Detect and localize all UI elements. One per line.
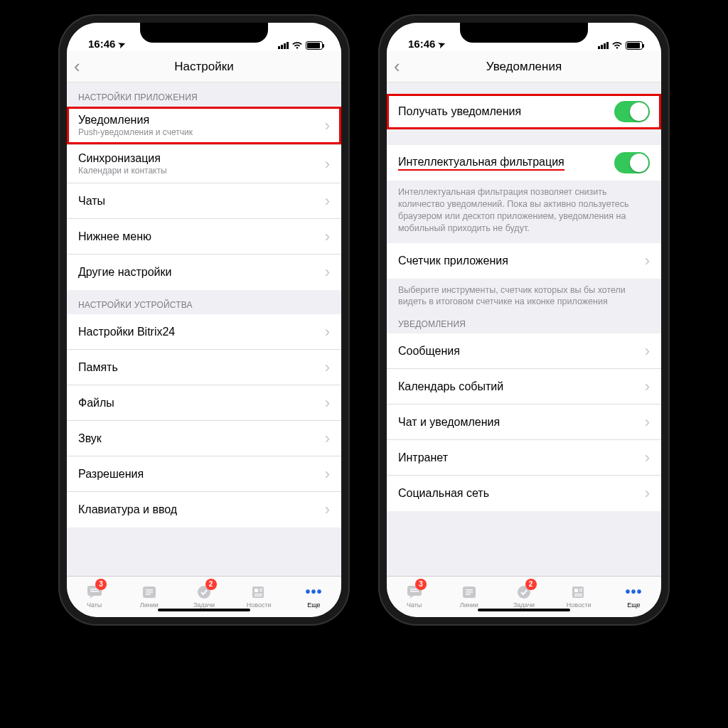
svg-rect-24 <box>579 589 582 589</box>
tab-label: Линии <box>460 601 478 609</box>
chevron-right-icon: › <box>325 323 330 341</box>
row-title: Другие настройки <box>78 266 319 279</box>
badge: 2 <box>205 579 217 590</box>
row-title: Память <box>78 361 319 374</box>
svg-rect-4 <box>146 589 153 591</box>
tab-label: Еще <box>627 601 640 609</box>
chevron-right-icon: › <box>325 192 330 210</box>
section-header-app: НАСТРОЙКИ ПРИЛОЖЕНИЯ <box>67 82 341 107</box>
row-sound[interactable]: Звук› <box>67 421 341 456</box>
tab-more[interactable]: ••• Еще <box>287 577 341 616</box>
svg-rect-25 <box>579 590 582 591</box>
row-title: Календарь событий <box>398 380 639 393</box>
lines-icon <box>460 584 478 600</box>
chevron-right-icon: › <box>325 117 330 135</box>
svg-rect-16 <box>410 591 419 592</box>
counter-description: Выберите инструменты, счетчик которых вы… <box>387 279 661 317</box>
row-title: Разрешения <box>78 468 319 481</box>
svg-rect-10 <box>259 589 262 589</box>
phone-right: 16:46 ‹ Уведомления Получать уведомления <box>378 14 670 626</box>
row-title: Уведомления <box>78 114 319 127</box>
chevron-right-icon: › <box>325 429 330 448</box>
row-smart-filter[interactable]: Интеллектуальная фильтрация <box>387 145 661 181</box>
tab-chats[interactable]: 3 Чаты <box>67 577 122 616</box>
svg-rect-26 <box>574 594 582 594</box>
toggle-switch[interactable] <box>614 101 650 122</box>
row-calendar[interactable]: Календарь событий› <box>387 369 661 405</box>
chevron-right-icon: › <box>645 342 650 360</box>
back-button[interactable]: ‹ <box>74 51 80 82</box>
tab-label: Новости <box>247 601 272 609</box>
notifications-content[interactable]: Получать уведомления Интеллектуальная фи… <box>387 82 661 576</box>
row-intranet[interactable]: Интранет› <box>387 440 661 476</box>
svg-rect-19 <box>466 592 473 593</box>
tab-label: Чаты <box>87 601 102 609</box>
svg-rect-27 <box>574 595 582 596</box>
status-time: 16:46 <box>88 38 115 50</box>
row-chat-notif[interactable]: Чат и уведомления› <box>387 405 661 440</box>
signal-icon <box>278 42 289 49</box>
chevron-right-icon: › <box>325 263 330 282</box>
row-title: Чат и уведомления <box>398 416 639 429</box>
lines-icon <box>140 584 159 600</box>
row-sync[interactable]: Синхронизация Календари и контакты › <box>67 145 341 183</box>
row-permissions[interactable]: Разрешения› <box>67 456 341 492</box>
tab-more[interactable]: ••• Еще <box>606 577 661 616</box>
battery-icon <box>626 41 643 50</box>
tab-label: Новости <box>567 601 592 609</box>
svg-rect-18 <box>466 589 473 591</box>
location-icon <box>438 38 445 50</box>
row-title: Клавиатура и ввод <box>78 503 319 516</box>
section-header-device: НАСТРОЙКИ УСТРОЙСТВА <box>67 290 341 314</box>
home-indicator <box>478 609 570 611</box>
chevron-right-icon: › <box>645 449 650 467</box>
svg-rect-20 <box>466 594 471 595</box>
row-title: Получать уведомления <box>398 105 614 118</box>
row-app-counter[interactable]: Счетчик приложения › <box>387 243 661 279</box>
page-title: Уведомления <box>486 60 562 74</box>
row-bitrix24[interactable]: Настройки Bitrix24› <box>67 314 341 350</box>
chevron-right-icon: › <box>325 500 330 519</box>
settings-content[interactable]: НАСТРОЙКИ ПРИЛОЖЕНИЯ Уведомления Push-ув… <box>67 82 341 576</box>
row-title: Счетчик приложения <box>398 255 639 267</box>
row-title: Синхронизация <box>78 152 319 165</box>
row-title: Файлы <box>78 397 319 410</box>
news-icon <box>250 584 268 600</box>
row-chats[interactable]: Чаты › <box>67 183 341 219</box>
tab-label: Еще <box>307 601 320 609</box>
row-social[interactable]: Социальная сеть› <box>387 476 661 511</box>
row-files[interactable]: Файлы› <box>67 385 341 421</box>
row-subtitle: Push-уведомления и счетчик <box>78 127 319 137</box>
chevron-right-icon: › <box>645 252 650 270</box>
row-keyboard[interactable]: Клавиатура и ввод› <box>67 492 341 528</box>
row-title: Сообщения <box>398 345 639 358</box>
tab-label: Задачи <box>513 601 535 609</box>
chevron-right-icon: › <box>325 358 330 377</box>
tab-label: Чаты <box>407 601 422 609</box>
chevron-right-icon: › <box>325 394 330 412</box>
row-messages[interactable]: Сообщения› <box>387 333 661 369</box>
notch <box>460 23 588 43</box>
nav-header: ‹ Уведомления <box>387 51 661 82</box>
svg-rect-23 <box>574 589 578 592</box>
phone-left: 16:46 ‹ Настройки НАСТРОЙКИ ПРИЛОЖЕНИЯ У… <box>58 14 350 626</box>
page-title: Настройки <box>174 60 233 74</box>
svg-rect-5 <box>146 592 153 593</box>
back-button[interactable]: ‹ <box>394 51 400 82</box>
row-title: Нижнее меню <box>78 230 319 243</box>
row-memory[interactable]: Память› <box>67 350 341 385</box>
tab-chats[interactable]: 3 Чаты <box>387 577 441 616</box>
row-receive-notifications[interactable]: Получать уведомления <box>387 94 661 129</box>
tab-label: Задачи <box>193 601 215 609</box>
toggle-switch[interactable] <box>614 152 650 173</box>
wifi-icon <box>611 41 623 50</box>
row-other-settings[interactable]: Другие настройки › <box>67 255 341 290</box>
row-notifications[interactable]: Уведомления Push-уведомления и счетчик › <box>67 107 341 145</box>
filter-description: Интеллектуальная фильтрация позволяет сн… <box>387 181 661 243</box>
row-bottom-menu[interactable]: Нижнее меню › <box>67 219 341 255</box>
nav-header: ‹ Настройки <box>67 51 341 82</box>
row-title: Интеллектуальная фильтрация <box>398 156 614 171</box>
chevron-right-icon: › <box>325 228 330 246</box>
row-title: Интранет <box>398 451 639 464</box>
row-subtitle: Календари и контакты <box>78 166 319 176</box>
